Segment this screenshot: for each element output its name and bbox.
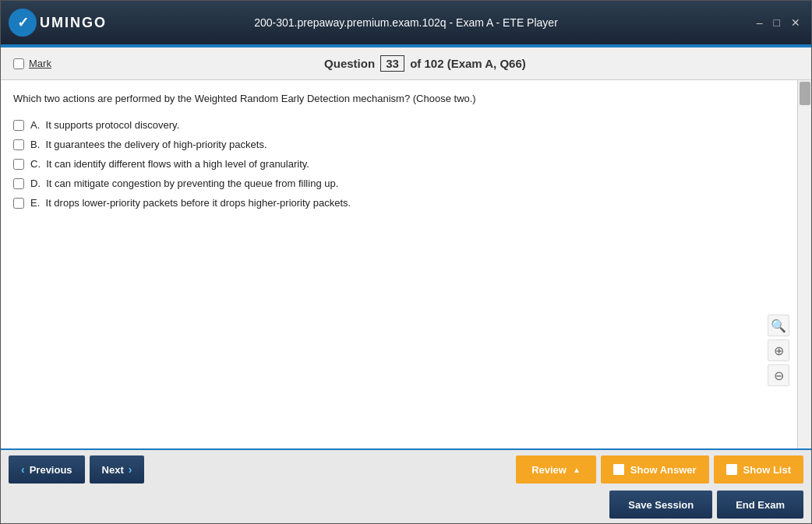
question-text: Which two actions are performed by the W… [13,91,785,107]
option-e[interactable]: E. It drops lower-priority packets befor… [13,197,785,209]
toolbar-row2: Save Session End Exam [1,489,811,523]
review-button[interactable]: Review ▲ [516,455,596,484]
logo-text: UMINGO [40,15,107,31]
save-session-label: Save Session [628,499,694,511]
option-d[interactable]: D. It can mitigate congestion by prevent… [13,178,785,189]
previous-label: Previous [30,464,72,476]
option-c-checkbox[interactable] [13,159,24,170]
zoom-in-icon[interactable]: ⊕ [768,339,789,361]
previous-button[interactable]: ‹ Previous [9,455,85,484]
title-bar: ✓ UMINGO 200-301.prepaway.premium.exam.1… [1,1,811,44]
window-title: 200-301.prepaway.premium.exam.102q - Exa… [254,16,558,29]
option-a-checkbox[interactable] [13,120,24,131]
next-arrow-icon: › [129,463,132,476]
option-d-checkbox[interactable] [13,178,24,189]
window-controls: – □ ✕ [754,15,803,30]
scrollbar[interactable] [797,80,811,448]
review-arrow-icon: ▲ [573,466,581,474]
question-label: Question [324,57,375,70]
question-info: Question 33 of 102 (Exam A, Q66) [51,55,799,72]
option-d-label: D. It can mitigate congestion by prevent… [30,178,338,189]
mark-checkbox-input[interactable] [13,58,24,69]
header-row: Mark Question 33 of 102 (Exam A, Q66) [1,47,811,80]
option-b[interactable]: B. It guarantees the delivery of high-pr… [13,139,785,150]
close-button[interactable]: ✕ [788,15,803,30]
previous-arrow-icon: ‹ [21,463,25,476]
show-answer-button[interactable]: Show Answer [601,455,709,484]
option-b-label: B. It guarantees the delivery of high-pr… [30,139,267,150]
question-number: 33 [380,55,404,72]
minimize-button[interactable]: – [754,15,766,30]
show-answer-icon [613,464,624,475]
option-c-label: C. It can identify different flows with … [30,158,309,170]
option-c[interactable]: C. It can identify different flows with … [13,158,785,170]
bottom-toolbar: ‹ Previous Next › Review ▲ Show Answer S… [1,448,811,523]
check-icon: ✓ [17,14,29,31]
mark-checkbox[interactable]: Mark [13,58,51,69]
save-session-button[interactable]: Save Session [609,491,712,519]
show-answer-label: Show Answer [630,464,697,476]
main-wrapper: Which two actions are performed by the W… [1,80,811,448]
option-b-checkbox[interactable] [13,139,24,150]
zoom-out-icon[interactable]: ⊖ [768,364,789,386]
scroll-thumb[interactable] [800,82,810,105]
sidebar-icons: 🔍 ⊕ ⊖ [768,315,789,386]
maximize-button[interactable]: □ [771,15,783,30]
mark-label: Mark [29,58,51,69]
review-label: Review [531,464,567,476]
question-total: of 102 (Exam A, Q66) [410,57,526,70]
search-icon[interactable]: 🔍 [768,315,789,336]
logo-icon: ✓ [9,9,37,37]
end-exam-button[interactable]: End Exam [717,491,803,519]
main-content: Which two actions are performed by the W… [1,80,797,448]
show-list-button[interactable]: Show List [714,455,803,484]
app-window: ✓ UMINGO 200-301.prepaway.premium.exam.1… [0,0,812,524]
toolbar-row1: ‹ Previous Next › Review ▲ Show Answer S… [1,450,811,489]
show-list-label: Show List [743,464,791,476]
option-e-checkbox[interactable] [13,198,24,209]
logo: ✓ UMINGO [9,9,107,37]
option-e-label: E. It drops lower-priority packets befor… [30,197,351,209]
option-a[interactable]: A. It supports protocol discovery. [13,119,785,131]
next-button[interactable]: Next › [90,455,145,484]
option-a-label: A. It supports protocol discovery. [30,119,179,131]
next-label: Next [102,464,124,476]
end-exam-label: End Exam [736,499,785,511]
show-list-icon [726,464,737,475]
